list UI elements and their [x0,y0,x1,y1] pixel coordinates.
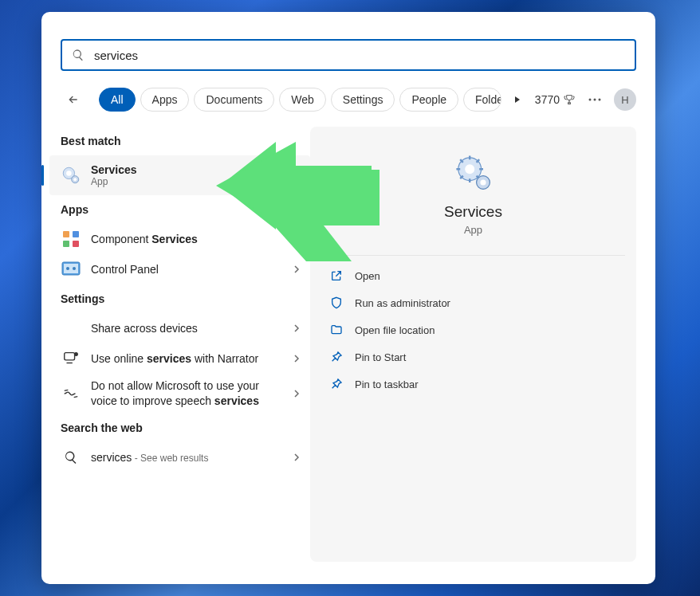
chevron-right-icon [293,355,301,363]
svg-rect-9 [63,241,69,247]
result-web-services[interactable]: services - See web results [49,442,310,472]
chevron-right-icon [293,235,301,243]
detail-type: App [464,224,482,236]
svg-point-0 [589,99,592,101]
svg-point-18 [465,164,474,174]
pin-icon [329,350,344,364]
svg-point-16 [75,353,78,356]
dots-icon [588,98,601,101]
section-web: Search the web [49,414,310,442]
arrow-left-icon [67,93,80,106]
search-icon [61,447,81,468]
chevron-right-icon [293,265,301,273]
filter-tab-people[interactable]: People [399,88,458,112]
result-narrator[interactable]: Use online services with Narrator [49,343,310,374]
filter-tab-documents[interactable]: Documents [194,88,274,112]
svg-rect-7 [63,231,69,237]
filter-right-group: 3770 H [535,88,636,111]
chevron-right-icon [293,453,301,461]
svg-rect-12 [64,264,78,273]
folder-icon [329,323,344,337]
svg-point-2 [599,99,601,101]
action-open-location[interactable]: Open file location [321,316,625,343]
shield-icon [329,296,344,310]
svg-point-20 [480,179,486,185]
filter-tab-settings[interactable]: Settings [331,88,395,112]
result-share-devices[interactable]: Share across devices [49,313,310,343]
back-button[interactable] [61,87,86,112]
voice-icon [61,383,81,404]
services-icon-large [454,154,493,192]
avatar[interactable]: H [614,88,636,111]
svg-rect-15 [65,353,75,360]
detail-header: Services App [321,139,625,256]
result-control-panel[interactable]: Control Panel [49,254,310,284]
filter-tab-all[interactable]: All [99,88,136,112]
services-icon [61,165,81,186]
filter-tab-apps[interactable]: Apps [140,88,190,112]
open-icon [329,269,344,283]
svg-rect-10 [73,241,79,247]
detail-title: Services [444,203,502,221]
result-text: Services App [91,163,301,187]
section-apps: Apps [49,195,310,224]
svg-point-6 [73,178,77,181]
results-list: Best match Services App Apps Component S… [41,127,310,584]
filter-tab-folders[interactable]: Folders [463,88,501,112]
filter-tab-web[interactable]: Web [279,88,326,112]
action-pin-taskbar[interactable]: Pin to taskbar [321,371,625,398]
action-open[interactable]: Open [321,262,625,289]
component-services-icon [61,229,81,249]
section-settings: Settings [49,284,310,313]
scroll-filters-button[interactable] [506,88,529,111]
result-voice-privacy[interactable]: Do not allow Microsoft to use your voice… [49,374,310,414]
detail-panel: Services App Open Run as administrator O… [310,127,636,562]
chevron-right-icon [293,390,301,398]
trophy-icon [563,93,576,106]
rewards-points[interactable]: 3770 [535,93,576,106]
svg-rect-8 [73,231,79,237]
svg-point-1 [594,99,596,101]
action-pin-start[interactable]: Pin to Start [321,343,625,371]
section-best-match: Best match [49,127,310,155]
search-input[interactable] [94,49,625,62]
triangle-right-icon [513,96,521,104]
result-best-match[interactable]: Services App [49,155,310,195]
action-run-admin[interactable]: Run as administrator [321,289,625,316]
results-body: Best match Services App Apps Component S… [41,127,655,584]
more-button[interactable] [587,92,603,108]
narrator-icon [61,348,81,369]
start-search-panel: All Apps Documents Web Settings People F… [41,12,655,584]
result-component-services[interactable]: Component Services [49,224,310,254]
search-icon [72,49,85,61]
svg-point-4 [66,171,72,176]
empty-icon [61,318,81,339]
chevron-right-icon [293,324,301,332]
svg-point-14 [73,267,76,270]
svg-point-13 [66,267,69,270]
search-box[interactable] [61,39,636,71]
filter-row: All Apps Documents Web Settings People F… [41,80,655,127]
pin-icon [329,377,344,391]
control-panel-icon [61,259,81,280]
